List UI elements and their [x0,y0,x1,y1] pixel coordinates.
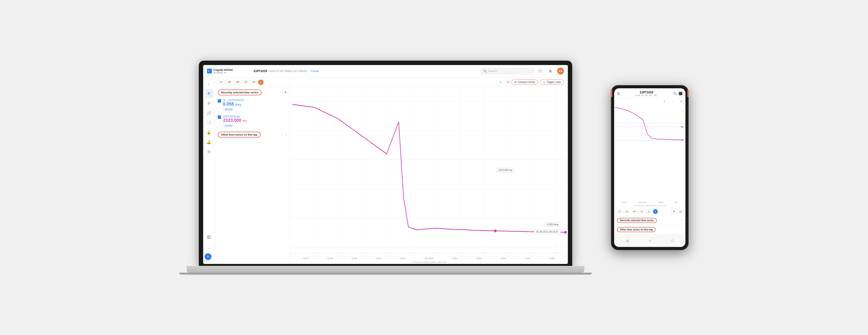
svg-text:C: C [208,70,210,72]
main-layout: ⌂ 👁 ⚙ 📈 📄 🔒 🔔 ☰ 🖼 〰 + [203,78,568,264]
recently-selected-chevron[interactable]: ▼ [284,91,287,94]
compare-trends-btn[interactable]: ⇄ Compare trends [512,80,538,85]
sidebar: ⌂ 👁 ⚙ 📈 📄 🔒 🔔 ☰ 🖼 〰 + [203,78,215,264]
x-label-0108: 01/08 [328,257,333,260]
sidebar-add-btn[interactable]: + [205,253,211,260]
phone-chart-svg [615,102,684,142]
sidebar-lock-icon[interactable]: 🔒 [205,128,213,137]
phone-nav-back[interactable]: ◁ [623,236,631,245]
x-label-0110: 01/10 [376,257,382,260]
laptop-device: C Cognite InField hv Assen ▼ 21PT1019 LA… [179,61,592,275]
recently-selected-pill[interactable]: Recently selected time series [218,90,261,95]
x-label-0109: 01/09 [352,257,358,260]
grid-icon[interactable]: ⊞ [547,68,554,74]
other-series-pill: Other time series on this tag [218,132,261,138]
laptop-screen: C Cognite InField hv Assen ▼ 21PT1019 LA… [203,65,568,264]
ts1-time-badge: 2h 51m [223,108,234,111]
ts1-checkbox[interactable]: ✓ [218,99,221,102]
toggle-y-btn[interactable]: ⬡ Toggle y-axis [540,80,564,85]
ts1-name[interactable]: JL_21PT1019.PV [223,99,287,102]
svg-point-25 [682,139,683,141]
phone-y-0: 0 [664,100,665,102]
sidebar-doc-icon[interactable]: 📄 [205,118,213,127]
tag-subtitle: LAUN TO OIL TRANS LN R (M320) [269,70,307,72]
annotation-datetime: 02.06.2021 06:14:37 [534,230,561,234]
search-icon: 🔍 [483,69,487,73]
chart-toolbar: 0 — 10 ⇄ Compare trends ⬡ Toggle y-axis [290,78,568,87]
phone-time-1h[interactable]: 1H [646,210,652,213]
info-icon[interactable]: ⓘ [537,68,544,74]
phone-x-0110: 01/10 [622,201,627,204]
phone-settings-icon[interactable]: ⚙ [671,209,677,214]
sidebar-menu-icon[interactable]: ☰ [205,148,213,156]
time-btn-1w[interactable]: 1W [234,80,241,84]
chart-x-labels: 01/07 01/08 01/09 01/10 01/11 Jan 2021 0… [290,256,568,261]
recently-selected-header: Recently selected time series ▼ [215,87,290,97]
asset-name[interactable]: hv Assen ▼ [213,71,232,74]
breadcrumb-sep: › [308,69,309,73]
annotation-barg: 0.056 barg [545,222,561,227]
phone-y-10: 10 [680,100,683,102]
x-label-0102: 01/02 [452,257,458,260]
x-label-0106: 01/06 [549,257,555,260]
phone-chart-icon[interactable]: 📊 [678,209,683,214]
sidebar-home-icon[interactable]: ⌂ [205,80,213,88]
phone-time-1m[interactable]: 1M [624,210,630,213]
svg-point-20 [564,231,567,234]
top-icons: ⓘ ⊞ EA [537,68,564,74]
phone-device: ☰ 21PT1019 LAUN TO OIL TR... [M... 🔍 ⬛ 0… [611,85,689,250]
sidebar-audio-icon[interactable]: 〰 [205,245,213,253]
phone-icons-right: ⚙ 📊 [671,209,683,214]
time-custom-btn[interactable]: K [258,80,264,85]
phone-time-circle[interactable]: H [653,209,658,214]
phone-time-1w[interactable]: 1W [631,210,638,213]
phone-bottom-nav: ◁ ○ □ [614,234,685,247]
tag-id: 21PT1019 [254,69,267,73]
phone-tag-info: 21PT1019 LAUN TO OIL TR... [M... [635,91,658,96]
phone-time-1d[interactable]: 1D [639,210,645,213]
sidebar-chart-icon[interactable]: 📈 [205,109,213,117]
phone-other-pill: Other time series on this tag [617,227,656,232]
x-label-0104: 01/04 [501,257,506,260]
sidebar-image-icon[interactable]: 🖼 [205,233,213,242]
phone-menu-icon[interactable]: ☰ [617,92,620,96]
phone-y-neg1-right: -1 [683,122,684,124]
ts2-name[interactable]: 21PT1019.hej [223,115,287,118]
phone-qr-icon[interactable]: ⬛ [679,92,683,95]
phone-outer: ☰ 21PT1019 LAUN TO OIL TR... [M... 🔍 ⬛ 0… [611,85,689,250]
compare-icon: ⇄ [515,81,517,84]
phone-time-1y[interactable]: 1Y [617,210,623,213]
other-series-section[interactable]: Other time series on this tag › [215,129,290,140]
phone-tag-name: 21PT1019 [635,91,658,94]
phone-chart-area: 0 — 10 [614,98,685,201]
x-label-0105: 01/05 [525,257,530,260]
chart-svg [290,87,568,256]
x-label-jan2021: Jan 2021 [424,257,433,260]
phone-nav-square[interactable]: □ [668,236,677,245]
time-btn-1h[interactable]: 1H [250,80,257,84]
time-btn-1d[interactable]: 1D [242,80,249,84]
ts2-checkbox[interactable]: ✓ [218,116,221,119]
x-label-0111: 01/11 [400,257,406,260]
phone-other-series[interactable]: Other time series on this tag › [614,225,685,234]
x-label-0103: 01/03 [476,257,482,260]
time-btn-1m[interactable]: 1M [225,80,233,84]
phone-search-icon[interactable]: 🔍 [673,92,677,95]
laptop-foot [179,273,592,275]
phone-recently-selected[interactable]: Recently selected time series › [614,216,685,225]
sidebar-eye-icon[interactable]: 👁 [205,89,213,98]
logo-area: C Cognite InField hv Assen ▼ [207,68,251,74]
chart-area: 0 — 10 ⇄ Compare trends ⬡ Toggle y-axis [290,78,568,264]
phone-time-controls: 1Y 1M 1W 1D 1H H ⚙ 📊 [614,207,685,216]
ts1-value: 0.055 barg [223,102,287,107]
sidebar-bell-icon[interactable]: 🔔 [205,138,213,147]
breadcrumb-trends[interactable]: Trends [311,70,319,72]
phone-inner: ☰ 21PT1019 LAUN TO OIL TR... [M... 🔍 ⬛ 0… [614,88,685,247]
user-avatar[interactable]: EA [557,68,564,74]
other-series-arrow: › [286,133,287,136]
sidebar-gear-icon[interactable]: ⚙ [205,99,213,108]
time-btn-1y[interactable]: 1Y [218,80,224,84]
search-box[interactable]: 🔍 Search [480,68,534,74]
phone-y-top: 0 — 10 [615,100,684,102]
phone-nav-home[interactable]: ○ [645,236,654,245]
